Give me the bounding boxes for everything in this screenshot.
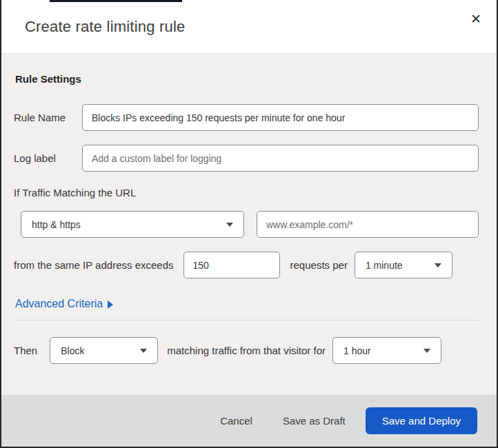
then-row: Then Block matching traffic from that vi… xyxy=(14,337,479,364)
threshold-suffix-text: requests per xyxy=(290,259,348,271)
background-page-sliver xyxy=(50,0,182,2)
rule-settings-heading: Rule Settings xyxy=(15,73,479,85)
action-select-value: Block xyxy=(61,345,84,356)
close-icon[interactable]: ✕ xyxy=(466,10,486,29)
rule-name-input[interactable] xyxy=(82,104,479,131)
triangle-right-icon xyxy=(108,301,113,309)
log-label-row: Log label xyxy=(14,145,479,172)
rule-name-row: Rule Name xyxy=(14,104,479,131)
threshold-row: from the same IP address exceeds request… xyxy=(14,252,479,278)
url-pattern-input[interactable] xyxy=(257,211,479,238)
then-middle-text: matching traffic from that visitor for xyxy=(167,345,326,356)
scheme-select-value: http & https xyxy=(32,219,81,230)
url-match-row: http & https xyxy=(21,211,479,238)
save-as-draft-button[interactable]: Save as Draft xyxy=(283,415,346,427)
action-select[interactable]: Block xyxy=(50,337,158,364)
then-label: Then xyxy=(14,345,37,356)
traffic-match-intro: If Traffic Matching the URL xyxy=(14,187,479,198)
log-label-label: Log label xyxy=(14,152,82,164)
period-select-value: 1 minute xyxy=(366,260,403,271)
dialog-title: Create rate limiting rule xyxy=(25,18,185,36)
dialog-footer: Cancel Save as Draft Save and Deploy xyxy=(1,395,497,447)
save-and-deploy-button[interactable]: Save and Deploy xyxy=(366,407,477,434)
chevron-down-icon xyxy=(435,263,441,267)
scheme-select[interactable]: http & https xyxy=(21,211,244,238)
log-label-input[interactable] xyxy=(82,145,479,172)
period-select[interactable]: 1 minute xyxy=(355,252,452,278)
dialog-body: Rule Settings Rule Name Log label If Tra… xyxy=(1,54,497,395)
duration-select[interactable]: 1 hour xyxy=(332,337,441,364)
duration-select-value: 1 hour xyxy=(343,345,371,356)
cancel-button[interactable]: Cancel xyxy=(220,415,252,427)
chevron-down-icon xyxy=(226,223,233,227)
create-rate-limiting-rule-dialog: Create rate limiting rule ✕ Rule Setting… xyxy=(0,0,498,448)
threshold-prefix-text: from the same IP address exceeds xyxy=(14,259,174,271)
advanced-criteria-link[interactable]: Advanced Criteria xyxy=(15,298,113,310)
advanced-criteria-label: Advanced Criteria xyxy=(15,298,103,310)
section-divider xyxy=(14,320,479,320)
rule-name-label: Rule Name xyxy=(14,112,82,123)
chevron-down-icon xyxy=(424,349,430,353)
dialog-header: Create rate limiting rule ✕ xyxy=(1,0,497,54)
threshold-count-input[interactable] xyxy=(183,252,280,278)
chevron-down-icon xyxy=(140,349,147,353)
